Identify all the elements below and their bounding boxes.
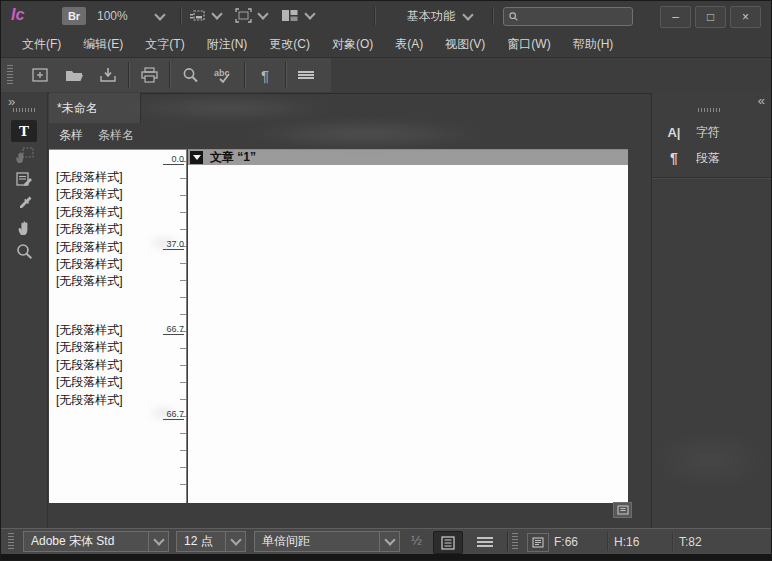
copyfit-info-button[interactable] [527, 533, 549, 552]
font-family-value: Adobe 宋体 Std [24, 532, 148, 551]
new-document-icon [31, 67, 49, 83]
paragraph-style-row: [无段落样式] [56, 322, 123, 339]
position-tool[interactable] [11, 144, 37, 166]
open-folder-icon [65, 68, 84, 83]
chevron-down-icon [211, 8, 222, 19]
workspace-label: 基本功能 [407, 8, 455, 25]
maximize-button[interactable]: □ [695, 6, 726, 28]
title-bar: Ic Br 100% [1, 1, 772, 31]
leading-select[interactable]: 单倍间距 [254, 531, 400, 552]
expand-dock-control[interactable]: » [8, 94, 14, 109]
menu-changes[interactable]: 更改(C) [258, 31, 321, 57]
view-options-dropdown[interactable] [189, 8, 221, 23]
smudge-artifact [239, 119, 489, 149]
panel-item-paragraph[interactable]: ¶ 段落 [652, 145, 772, 171]
paragraph-style-row: [无段落样式] [56, 169, 123, 186]
story-editor-area[interactable]: 文章 “1” [188, 149, 628, 503]
save-button[interactable] [93, 61, 123, 89]
menu-object[interactable]: 对象(O) [321, 31, 384, 57]
chevron-down-icon [257, 8, 268, 19]
divider [128, 62, 129, 88]
status-bar: Adobe 宋体 Std 12 点 单倍间距 ½ [1, 528, 772, 554]
hand-tool[interactable] [11, 216, 37, 238]
print-button[interactable] [134, 61, 164, 89]
copyfit-icon [532, 537, 544, 548]
paragraph-style-row: [无段落样式] [56, 221, 123, 238]
search-box[interactable] [503, 7, 633, 26]
frame-view-dropdown[interactable] [235, 8, 267, 23]
line-numbers-toggle[interactable]: ½ [411, 533, 422, 548]
zoom-magnifier-icon [16, 243, 33, 260]
arrange-documents-dropdown[interactable] [281, 8, 314, 23]
zoom-tool[interactable] [11, 240, 37, 262]
statusbar-gripper[interactable] [8, 533, 14, 550]
paragraph-style-row: [无段落样式] [56, 204, 123, 221]
menu-type[interactable]: 文字(T) [134, 31, 195, 57]
font-family-select[interactable]: Adobe 宋体 Std [23, 531, 169, 552]
new-document-button[interactable] [25, 61, 55, 89]
toolbar-gripper[interactable] [7, 65, 13, 85]
galley-view-toggle[interactable] [433, 531, 463, 554]
paragraph-style-row: [无段落样式] [56, 186, 123, 203]
bridge-button[interactable]: Br [62, 7, 86, 25]
search-input[interactable] [523, 10, 627, 24]
spell-check-button[interactable]: abc [209, 61, 239, 89]
divider [285, 62, 286, 88]
divider [169, 62, 170, 88]
story-header-bar[interactable]: 文章 “1” [188, 150, 628, 165]
incopy-logo-icon: Ic [11, 6, 24, 24]
type-tool-icon: T [19, 123, 29, 140]
menu-help[interactable]: 帮助(H) [562, 31, 625, 57]
menu-file[interactable]: 文件(F) [11, 31, 72, 57]
minimize-button[interactable]: – [660, 6, 691, 28]
statusbar-gripper[interactable] [512, 533, 518, 550]
collapse-dock-control[interactable]: « [758, 93, 764, 108]
show-hidden-characters-button[interactable]: ¶ [250, 61, 280, 89]
eyedropper-tool[interactable] [11, 192, 37, 214]
statusbar-menu-button[interactable] [477, 537, 493, 547]
tab-galley-styles[interactable]: 条样 [59, 123, 83, 147]
story-collapse-control[interactable] [190, 151, 203, 164]
spellcheck-icon: abc [213, 67, 235, 84]
toolbar-menu-button[interactable] [291, 61, 321, 89]
leading-value: 单倍间距 [255, 532, 379, 551]
divider [244, 62, 245, 88]
paragraph-style-row: [无段落样式] [56, 339, 123, 356]
note-tool[interactable] [11, 168, 37, 190]
menu-table[interactable]: 表(A) [384, 31, 434, 57]
chevron-down-icon [225, 532, 245, 551]
line-numbers-icon: ½ [411, 533, 422, 548]
toolbar-group: abc ¶ [1, 58, 331, 92]
document-tab[interactable]: *未命名 [49, 93, 141, 123]
galley-style-column[interactable]: [无段落样式][无段落样式][无段落样式][无段落样式][无段落样式][无段落样… [49, 149, 187, 503]
ruler-label: 0.0 [163, 154, 184, 165]
panel-gripper[interactable] [698, 108, 720, 112]
menu-window[interactable]: 窗口(W) [496, 31, 561, 57]
open-document-button[interactable] [59, 61, 89, 89]
view-grid-icon [189, 8, 206, 23]
panel-item-character[interactable]: A| 字符 [652, 119, 772, 145]
close-button[interactable]: × [730, 6, 761, 28]
find-button[interactable] [175, 61, 205, 89]
font-size-select[interactable]: 12 点 [176, 531, 246, 552]
workspace-switcher[interactable]: 基本功能 [407, 7, 472, 25]
chevron-down-icon [379, 532, 399, 551]
save-icon [99, 67, 117, 83]
paragraph-style-row: [无段落样式] [56, 273, 123, 290]
ruler-label: 66.7 [163, 409, 184, 420]
story-jump-corner[interactable] [613, 502, 632, 518]
copyfit-depth-stat: H:16 [614, 535, 639, 549]
tab-galley-styles-2[interactable]: 条样名 [98, 123, 134, 147]
divider [672, 532, 673, 551]
menu-view[interactable]: 视图(V) [434, 31, 496, 57]
pilcrow-icon: ¶ [261, 67, 269, 84]
divider [374, 7, 375, 25]
menu-notes[interactable]: 附注(N) [196, 31, 259, 57]
note-icon [15, 170, 33, 188]
zoom-level-dropdown[interactable]: 100% [97, 7, 164, 25]
menu-edit[interactable]: 编辑(E) [72, 31, 134, 57]
panel-gripper[interactable] [13, 108, 35, 112]
search-icon [509, 11, 518, 22]
type-tool[interactable]: T [11, 120, 37, 142]
search-icon [182, 67, 199, 83]
